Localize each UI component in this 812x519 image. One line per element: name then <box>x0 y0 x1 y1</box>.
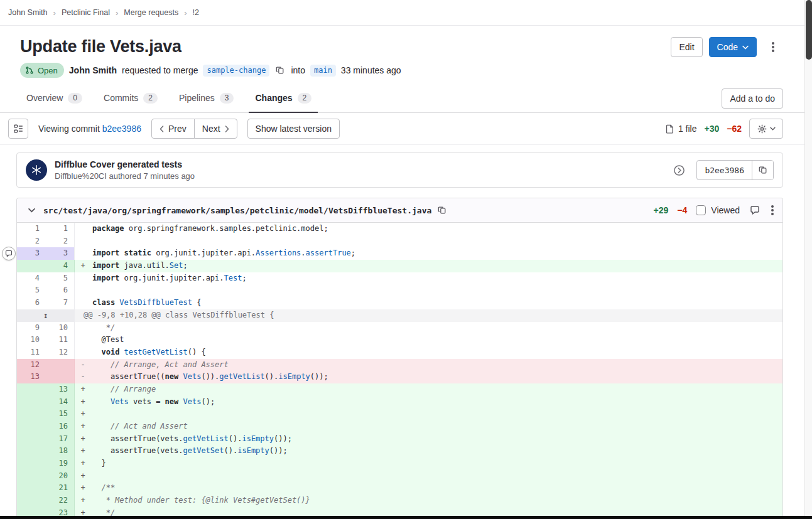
diff-line[interactable]: 20+ <box>17 470 782 483</box>
target-branch-chip[interactable]: main <box>310 65 336 77</box>
prev-commit-button[interactable]: Prev <box>151 119 195 139</box>
copy-branch-button[interactable] <box>274 65 286 76</box>
scrollbar-thumb[interactable] <box>806 0 812 60</box>
old-line-number[interactable] <box>17 396 46 409</box>
new-line-number[interactable] <box>46 371 75 383</box>
diff-line[interactable]: 13- assertTrue((new Vets()).getVetList()… <box>17 371 782 383</box>
commit-title[interactable]: Diffblue Cover generated tests <box>55 159 195 169</box>
old-line-number[interactable] <box>17 420 46 433</box>
new-line-number[interactable]: 1 <box>46 223 75 235</box>
file-comment-button[interactable] <box>749 204 761 217</box>
old-line-number[interactable] <box>17 482 46 495</box>
new-line-number[interactable]: 21 <box>46 482 75 495</box>
diff-line[interactable]: 19+ } <box>17 457 782 470</box>
diff-line[interactable]: 910 */ <box>17 322 782 334</box>
old-line-number[interactable] <box>17 433 46 446</box>
new-line-number[interactable]: 5 <box>46 272 75 285</box>
old-line-number[interactable]: 3 <box>17 247 46 260</box>
diff-line[interactable]: 67class VetsDiffblueTest { <box>17 297 782 309</box>
diff-line[interactable]: 4+import java.util.Set; <box>17 260 782 272</box>
viewed-toggle[interactable]: Viewed <box>696 205 740 215</box>
diff-line[interactable]: 17+ assertTrue(vets.getVetList().isEmpty… <box>17 433 782 446</box>
old-line-number[interactable] <box>17 260 46 272</box>
new-line-number[interactable] <box>46 359 75 372</box>
new-line-number[interactable]: 18 <box>46 445 75 457</box>
new-line-number[interactable]: 20 <box>46 470 75 483</box>
new-line-number[interactable]: 10 <box>46 322 75 334</box>
new-line-number[interactable]: 19 <box>46 457 75 470</box>
diff-line[interactable]: 13+ // Arrange <box>17 383 782 396</box>
diff-line[interactable]: 11package org.springframework.samples.pe… <box>17 223 782 235</box>
file-options-button[interactable] <box>770 208 775 213</box>
file-tree-toggle-button[interactable] <box>8 119 28 139</box>
old-line-number[interactable]: 4 <box>17 272 46 285</box>
diff-line[interactable]: 18+ assertTrue(vets.getVetSet().isEmpty(… <box>17 445 782 457</box>
old-line-number[interactable] <box>17 445 46 457</box>
viewed-checkbox[interactable] <box>696 205 706 215</box>
copy-sha-button[interactable] <box>752 161 773 179</box>
diff-line[interactable]: 22 <box>17 235 782 248</box>
file-path[interactable]: src/test/java/org/springframework/sample… <box>43 206 431 215</box>
new-line-number[interactable]: 11 <box>46 334 75 346</box>
tab-commits[interactable]: Commits 2 <box>97 84 164 113</box>
diff-settings-button[interactable] <box>749 119 783 139</box>
breadcrumb-mr-id[interactable]: !2 <box>193 8 199 17</box>
diff-line[interactable]: 33import static org.junit.jupiter.api.As… <box>17 247 782 260</box>
old-line-number[interactable] <box>17 408 46 420</box>
new-line-number[interactable]: 12 <box>46 346 75 359</box>
old-line-number[interactable] <box>17 495 46 507</box>
diff-line[interactable]: 14+ Vets vets = new Vets(); <box>17 396 782 409</box>
expand-lines-button[interactable]: ↕ <box>17 309 75 322</box>
collapse-file-button[interactable] <box>24 203 38 217</box>
new-line-number[interactable]: 17 <box>46 433 75 446</box>
mr-author[interactable]: John Smith <box>69 65 117 75</box>
diff-line[interactable]: 12- // Arrange, Act and Assert <box>17 359 782 372</box>
old-line-number[interactable]: 6 <box>17 297 46 309</box>
diff-line[interactable]: 45import org.junit.jupiter.api.Test; <box>17 272 782 285</box>
next-commit-button[interactable]: Next <box>194 119 237 139</box>
tab-overview[interactable]: Overview 0 <box>20 84 89 113</box>
more-actions-button[interactable] <box>763 37 783 57</box>
diff-line[interactable]: 1011 @Test <box>17 334 782 346</box>
diff-line[interactable]: 16+ // Act and Assert <box>17 420 782 433</box>
code-dropdown-button[interactable]: Code <box>709 37 757 57</box>
diff-line[interactable]: 1112 void testGetVetList() { <box>17 346 782 359</box>
new-line-number[interactable]: 3 <box>46 247 75 260</box>
show-latest-version-button[interactable]: Show latest version <box>247 119 340 139</box>
diff-expand-row[interactable]: ↕@@ -9,8 +10,28 @@ class VetsDiffblueTes… <box>17 309 782 322</box>
new-line-number[interactable]: 22 <box>46 495 75 507</box>
old-line-number[interactable]: 13 <box>17 371 46 383</box>
new-line-number[interactable]: 14 <box>46 396 75 409</box>
breadcrumb-project[interactable]: Petclinic Final <box>62 8 110 17</box>
old-line-number[interactable] <box>17 470 46 483</box>
diff-line[interactable]: 22+ * Method under test: {@link Vets#get… <box>17 495 782 507</box>
new-line-number[interactable]: 16 <box>46 420 75 433</box>
add-todo-button[interactable]: Add a to do <box>722 88 783 109</box>
copy-file-path-button[interactable] <box>436 205 448 216</box>
breadcrumb-merge-requests[interactable]: Merge requests <box>124 8 178 17</box>
new-line-number[interactable]: 6 <box>46 284 75 297</box>
old-line-number[interactable]: 1 <box>17 223 46 235</box>
new-line-number[interactable]: 7 <box>46 297 75 309</box>
vertical-scrollbar[interactable] <box>804 0 812 519</box>
old-line-number[interactable]: 12 <box>17 359 46 372</box>
diff-line[interactable]: 15+ <box>17 408 782 420</box>
new-line-number[interactable]: 13 <box>46 383 75 396</box>
tab-changes[interactable]: Changes 2 <box>249 84 318 113</box>
breadcrumb-user[interactable]: John Smith <box>8 8 48 17</box>
new-line-number[interactable]: 15 <box>46 408 75 420</box>
source-branch-chip[interactable]: sample-change <box>203 65 269 77</box>
new-line-number[interactable]: 4 <box>46 260 75 272</box>
old-line-number[interactable]: 11 <box>17 346 46 359</box>
old-line-number[interactable] <box>17 457 46 470</box>
old-line-number[interactable]: 2 <box>17 235 46 248</box>
comment-thread-indicator[interactable] <box>2 247 16 260</box>
old-line-number[interactable]: 5 <box>17 284 46 297</box>
commit-sha-link[interactable]: b2ee3986 <box>102 124 141 134</box>
new-line-number[interactable]: 2 <box>46 235 75 248</box>
old-line-number[interactable]: 10 <box>17 334 46 346</box>
diff-line[interactable]: 21+ /** <box>17 482 782 495</box>
tab-pipelines[interactable]: Pipelines 3 <box>173 84 241 113</box>
diff-line[interactable]: 56 <box>17 284 782 297</box>
old-line-number[interactable] <box>17 383 46 396</box>
